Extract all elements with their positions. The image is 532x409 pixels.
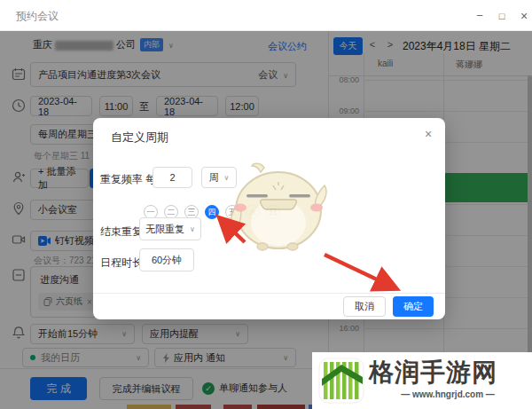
- window-title: 预约会议: [16, 9, 59, 24]
- weekday-circle-5[interactable]: 五: [225, 205, 239, 219]
- watermark-banner: 格润手游网 — www.hngrjd.com —: [312, 352, 532, 409]
- frequency-label: 重复频率 每: [100, 172, 156, 187]
- frequency-unit-select[interactable]: 周∨: [201, 167, 237, 188]
- dialog-close-icon[interactable]: ×: [419, 125, 437, 143]
- content-area: 重庆公司内部∨ 会议公约 产品项目沟通进度第3次会议 会议∨ 2023-04-1…: [0, 31, 532, 409]
- duration-input[interactable]: 60分钟: [139, 248, 194, 271]
- frequency-value-input[interactable]: 2: [153, 167, 192, 188]
- chevron-down-icon: ∨: [190, 225, 195, 233]
- cancel-button[interactable]: 取消: [343, 296, 386, 317]
- weekday-circle-6[interactable]: 六: [246, 205, 260, 219]
- watermark-site-url: — www.hngrjd.com —: [369, 389, 527, 399]
- duration-label: 日程时长: [100, 256, 143, 271]
- titlebar: 预约会议 − □ ×: [0, 0, 532, 31]
- maximize-button[interactable]: □: [493, 7, 511, 25]
- weekday-circle-7[interactable]: 日: [266, 205, 280, 219]
- grjd-logo: [318, 358, 364, 404]
- weekday-circle-4[interactable]: 四: [205, 205, 219, 219]
- end-repeat-label: 结束重复: [100, 224, 143, 240]
- minimize-button[interactable]: −: [471, 7, 489, 25]
- confirm-button[interactable]: 确定: [393, 296, 434, 317]
- custom-recurrence-dialog: 自定义周期 × 重复频率 每 2 周∨ 一二三四五六日 结束重复 无限重复∨ 日…: [93, 118, 445, 319]
- chevron-down-icon: ∨: [224, 174, 230, 182]
- watermark-site-name: 格润手游网: [369, 356, 497, 389]
- close-button[interactable]: ×: [515, 7, 532, 25]
- dialog-title: 自定义周期: [111, 130, 168, 146]
- schedule-meeting-window: 预约会议 − □ × 重庆公司内部∨ 会议公约 产品项目沟通进度第3次会议 会议…: [0, 0, 532, 409]
- dialog-footer-divider: [93, 293, 445, 294]
- end-repeat-select[interactable]: 无限重复∨: [139, 217, 201, 240]
